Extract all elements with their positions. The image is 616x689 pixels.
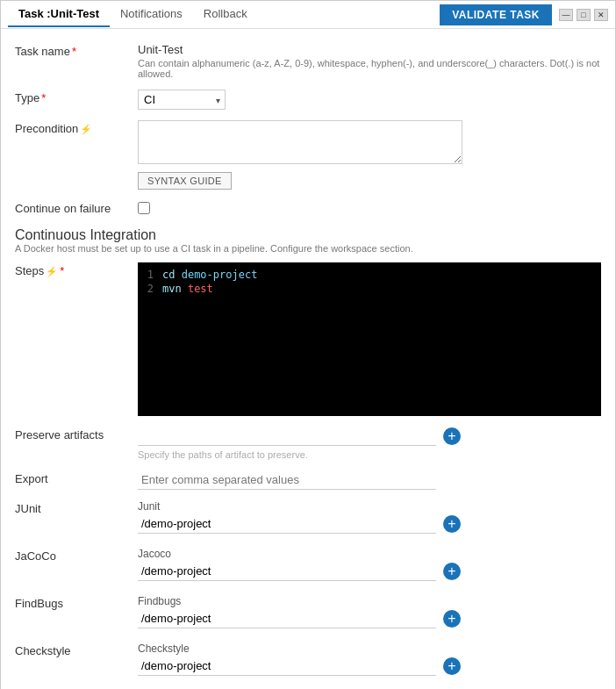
ci-section-header: Continuous Integration A Docker host mus… (15, 227, 601, 254)
precondition-row: Precondition⚡ SYNTAX GUIDE (15, 120, 601, 190)
preserve-artifacts-label: Preserve artifacts (15, 427, 138, 441)
tab-notifications[interactable]: Notifications (110, 2, 193, 27)
preserve-artifacts-input[interactable] (138, 427, 436, 446)
type-label: Type* (15, 90, 138, 104)
precondition-value-area: SYNTAX GUIDE (138, 120, 601, 190)
findbugs-add-button[interactable]: + (443, 610, 461, 628)
junit-add-button[interactable]: + (443, 515, 461, 533)
line-content-2: mvn test (162, 283, 213, 295)
export-label: Export (15, 470, 138, 485)
findbugs-field-row: + (138, 609, 601, 628)
export-input[interactable] (138, 470, 436, 490)
continue-on-failure-checkbox[interactable] (138, 202, 150, 214)
code-line-1: 1 cd demo-project (138, 268, 601, 282)
minimize-button[interactable]: — (559, 9, 573, 21)
junit-label: JUnit (15, 500, 138, 515)
maximize-button[interactable]: □ (577, 9, 591, 21)
type-value-area: CI Build Deploy Test ▾ (138, 90, 601, 110)
continue-on-failure-label: Continue on failure (15, 200, 138, 215)
checkstyle-row: Checkstyle Checkstyle + (15, 642, 601, 679)
preserve-artifacts-value: + Specify the paths of artifact to prese… (138, 427, 601, 460)
content-area: Task name* Unit-Test Can contain alphanu… (1, 29, 615, 689)
jacoco-value: Jacoco + (138, 548, 601, 585)
findbugs-row: FindBugs Findbugs + (15, 595, 601, 632)
steps-editor-area: 1 cd demo-project 2 mvn test (138, 262, 601, 416)
precondition-link-icon[interactable]: ⚡ (80, 124, 92, 134)
checkstyle-field-row: + (138, 657, 601, 676)
line-content-1: cd demo-project (162, 269, 257, 281)
preserve-artifacts-row: Preserve artifacts + Specify the paths o… (15, 427, 601, 460)
close-button[interactable]: ✕ (594, 9, 608, 21)
tab-task-prefix: Task : (18, 7, 51, 20)
junit-field-row: + (138, 514, 601, 534)
checkstyle-sub-label: Checkstyle (138, 642, 601, 655)
junit-sub-label: Junit (138, 500, 601, 513)
type-row: Type* CI Build Deploy Test ▾ (15, 90, 601, 110)
checkstyle-input[interactable] (138, 657, 436, 676)
findbugs-label: FindBugs (15, 595, 138, 610)
junit-value: Junit + (138, 500, 601, 537)
steps-label: Steps⚡* (15, 262, 138, 277)
jacoco-input[interactable] (138, 562, 436, 581)
task-name-row: Task name* Unit-Test Can contain alphanu… (15, 43, 601, 79)
task-name-label: Task name* (15, 43, 138, 58)
junit-row: JUnit Junit + (15, 500, 601, 537)
task-name-hint: Can contain alphanumeric (a-z, A-Z, 0-9)… (138, 58, 601, 79)
continue-on-failure-value (138, 200, 601, 217)
ci-section-desc: A Docker host must be set up to use a CI… (15, 243, 601, 254)
preserve-artifacts-field-row: + (138, 427, 601, 446)
line-num-1: 1 (138, 269, 162, 281)
junit-input[interactable] (138, 514, 436, 534)
jacoco-row: JaCoCo Jacoco + (15, 548, 601, 585)
findbugs-sub-label: Findbugs (138, 595, 601, 607)
required-indicator: * (72, 45, 76, 58)
type-select[interactable]: CI Build Deploy Test (138, 90, 226, 110)
steps-link-icon[interactable]: ⚡ (46, 266, 58, 276)
export-value (138, 470, 601, 490)
task-name-value-area: Unit-Test Can contain alphanumeric (a-z,… (138, 43, 601, 79)
findbugs-value: Findbugs + (138, 595, 601, 632)
continue-on-failure-row: Continue on failure (15, 200, 601, 217)
ci-section-title: Continuous Integration (15, 227, 601, 243)
precondition-textarea[interactable] (138, 120, 462, 164)
export-row: Export (15, 470, 601, 490)
steps-code-editor[interactable]: 1 cd demo-project 2 mvn test (138, 262, 601, 416)
code-line-2: 2 mvn test (138, 282, 601, 296)
preserve-artifacts-hint: Specify the paths of artifact to preserv… (138, 449, 601, 460)
line-num-2: 2 (138, 283, 162, 295)
tab-task[interactable]: Task :Unit-Test (8, 2, 110, 27)
window-controls: — □ ✕ (559, 9, 608, 21)
jacoco-label: JaCoCo (15, 548, 138, 563)
jacoco-field-row: + (138, 562, 601, 581)
precondition-label: Precondition⚡ (15, 120, 138, 135)
jacoco-add-button[interactable]: + (443, 563, 461, 580)
checkstyle-value: Checkstyle + (138, 642, 601, 679)
preserve-artifacts-add-button[interactable]: + (443, 427, 461, 445)
steps-row: Steps⚡* 1 cd demo-project 2 mvn test (15, 262, 601, 416)
checkstyle-label: Checkstyle (15, 642, 138, 657)
main-window: Task :Unit-Test Notifications Rollback V… (0, 0, 616, 689)
task-name-display: Unit-Test (138, 43, 601, 56)
validate-task-button[interactable]: VALIDATE TASK (440, 4, 552, 25)
tab-task-name: Unit-Test (51, 7, 99, 20)
checkstyle-add-button[interactable]: + (443, 657, 461, 675)
type-select-wrapper: CI Build Deploy Test ▾ (138, 90, 226, 110)
syntax-guide-button[interactable]: SYNTAX GUIDE (138, 172, 232, 190)
findbugs-input[interactable] (138, 609, 436, 628)
tab-rollback[interactable]: Rollback (193, 2, 258, 27)
header-bar: Task :Unit-Test Notifications Rollback V… (1, 1, 615, 29)
jacoco-sub-label: Jacoco (138, 548, 601, 560)
